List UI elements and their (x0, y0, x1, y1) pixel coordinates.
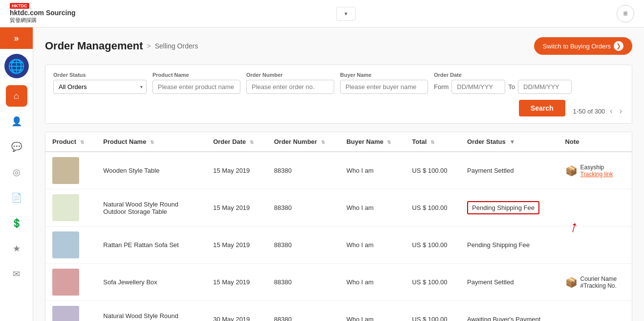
total-cell: US $ 100.00 (405, 189, 460, 227)
product-image-cell (45, 301, 96, 321)
sidebar-toggle-button[interactable]: » (0, 27, 33, 49)
sort-icon-buyer-name: ⇅ (387, 139, 391, 145)
table-row: Natural Wood Style Round Outdoor Storage… (45, 301, 632, 321)
filter-row: Order Status All Orders Payment Settled … (53, 72, 624, 116)
note-cell (558, 301, 632, 321)
table-header: Product ⇅ Product Name ⇅ Order Date ⇅ Or… (45, 132, 632, 152)
sidebar-item-chat[interactable]: 💬 (6, 136, 27, 158)
order-number-input[interactable] (246, 80, 334, 94)
sidebar-item-document[interactable]: 📄 (6, 187, 27, 208)
order-date-cell: 30 May 2019 (206, 301, 267, 321)
order-status-select[interactable]: All Orders Payment Settled Pending Shipp… (53, 80, 147, 94)
switch-to-buying-orders-button[interactable]: Switch to Buying Orders ❯ (534, 37, 632, 55)
avatar: 🌐 (4, 54, 29, 78)
to-label: To (508, 83, 515, 91)
product-name-cell: Wooden Style Table (96, 152, 206, 189)
nav-center: ▾ (336, 7, 356, 21)
sort-icon-product: ⇅ (80, 139, 84, 145)
col-order-date: Order Date ⇅ (206, 132, 267, 152)
menu-icon-button[interactable]: ≡ (617, 5, 634, 23)
col-buyer-name: Buyer Name ⇅ (340, 132, 405, 152)
order-date-filter-group: Order Date Form To (434, 72, 572, 94)
date-to-input[interactable] (518, 80, 572, 94)
total-cell: US $ 100.00 (405, 152, 460, 189)
date-from-input[interactable] (451, 80, 505, 94)
table-row: Rattan PE Rattan Sofa Set15 May 20198838… (45, 227, 632, 264)
logo-title: hktdc.com Sourcing (10, 9, 76, 17)
breadcrumb-sep: > (147, 42, 151, 50)
page-title: Order Management (45, 40, 143, 52)
package-icon: 📦 (565, 165, 578, 177)
breadcrumb-item: Selling Orders (155, 42, 198, 50)
order-date-cell: 15 May 2019 (206, 227, 267, 264)
order-date-label: Order Date (434, 72, 572, 78)
sidebar-item-email[interactable]: ✉ (6, 263, 27, 285)
order-number-filter-group: Order Number (246, 72, 334, 94)
product-thumbnail (52, 269, 79, 296)
order-status-cell: Pending Shipping Fee (460, 227, 558, 264)
order-status-cell: Awaiting Buyer's Payment (460, 301, 558, 321)
prev-page-button[interactable]: ‹ (608, 106, 614, 116)
sidebar-item-star[interactable]: ★ (6, 238, 27, 259)
total-cell: US $ 100.00 (405, 301, 460, 321)
buyer-name-cell: Who I am (340, 189, 405, 227)
sort-icon-order-date: ⇅ (250, 139, 254, 145)
order-number-cell: 88380 (267, 152, 340, 189)
note-cell (558, 227, 632, 264)
status-badge: Payment Settled (467, 278, 514, 286)
logo-area: HKTDC hktdc.com Sourcing 貿發網採購 (10, 3, 76, 24)
status-badge: Pending Shipping Fee (467, 241, 530, 249)
total-cell: US $ 100.00 (405, 264, 460, 301)
product-name-cell: Rattan PE Rattan Sofa Set (96, 227, 206, 264)
product-name-input[interactable] (152, 80, 240, 94)
product-image-cell (45, 227, 96, 264)
search-pagination-wrap: Search 1-50 of 300 ‹ › (519, 100, 624, 116)
order-number-cell: 88380 (267, 189, 340, 227)
col-order-status: Order Status ▼ (460, 132, 558, 152)
search-button[interactable]: Search (519, 100, 565, 116)
table-body: Wooden Style Table15 May 201988380Who I … (45, 152, 632, 321)
order-status-label: Order Status (53, 72, 147, 78)
buyer-name-cell: Who I am (340, 301, 405, 321)
status-badge: Payment Settled (467, 167, 514, 174)
note-line1: Easyship (580, 164, 613, 171)
sidebar-item-home[interactable]: ⌂ (6, 85, 27, 107)
orders-table: Product ⇅ Product Name ⇅ Order Date ⇅ Or… (45, 132, 632, 321)
product-image-cell (45, 264, 96, 301)
product-name-cell: Natural Wood Style Round Outdoor Storage… (96, 301, 206, 321)
pagination-info: 1-50 of 300 ‹ › (573, 106, 624, 116)
buyer-name-input[interactable] (340, 80, 428, 94)
chevron-down-button[interactable]: ▾ (336, 7, 356, 21)
table-row: Wooden Style Table15 May 201988380Who I … (45, 152, 632, 189)
col-note: Note (558, 132, 632, 152)
note-cell: 📦EasyshipTracking link (558, 152, 632, 189)
table-row: Natural Wood Style Round Outdoor Storage… (45, 189, 632, 227)
note-line2[interactable]: Tracking link (580, 171, 613, 178)
sidebar-item-money[interactable]: 💲 (6, 212, 27, 234)
sidebar-item-user[interactable]: 👤 (6, 111, 27, 132)
note-line2: #Tracking No. (580, 282, 617, 289)
order-status-select-wrap: All Orders Payment Settled Pending Shipp… (53, 80, 147, 94)
order-date-cell: 15 May 2019 (206, 152, 267, 189)
order-status-cell: Pending Shipping Fee↑ (460, 189, 558, 227)
col-order-number: Order Number ⇅ (267, 132, 340, 152)
col-total: Total ⇅ (405, 132, 460, 152)
sidebar-item-globe[interactable]: ◎ (6, 161, 27, 183)
status-badge: Pending Shipping Fee (467, 201, 539, 214)
product-name-cell: Sofa Jewellery Box (96, 264, 206, 301)
order-date-cell: 15 May 2019 (206, 264, 267, 301)
main-layout: » 🌐 ⌂ 👤 💬 ◎ 📄 💲 ★ ✉ Order Management > S… (0, 27, 644, 321)
order-number-label: Order Number (246, 72, 334, 78)
order-number-cell: 88380 (267, 264, 340, 301)
col-product-name: Product Name ⇅ (96, 132, 206, 152)
page-header: Order Management > Selling Orders Switch… (45, 37, 632, 55)
buyer-name-cell: Who I am (340, 264, 405, 301)
order-number-cell: 88380 (267, 227, 340, 264)
sort-icon-order-number: ⇅ (321, 139, 325, 145)
top-navbar: HKTDC hktdc.com Sourcing 貿發網採購 ▾ ≡ (0, 0, 644, 27)
product-thumbnail (52, 306, 79, 321)
product-thumbnail (52, 157, 79, 184)
buyer-name-cell: Who I am (340, 227, 405, 264)
product-image-cell (45, 152, 96, 189)
next-page-button[interactable]: › (618, 106, 624, 116)
